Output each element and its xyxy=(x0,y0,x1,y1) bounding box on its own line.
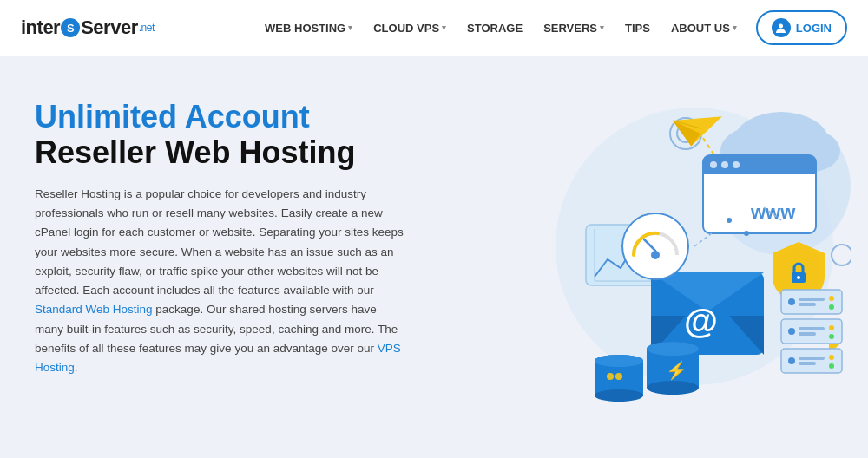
svg-point-21 xyxy=(733,161,740,168)
logo-s-icon: S xyxy=(61,18,80,37)
svg-rect-46 xyxy=(799,298,825,301)
svg-rect-53 xyxy=(799,332,816,336)
svg-point-28 xyxy=(622,213,688,279)
standard-web-hosting-link[interactable]: Standard Web Hosting xyxy=(35,303,153,316)
chevron-down-icon: ▾ xyxy=(442,23,446,32)
svg-point-40 xyxy=(595,389,643,402)
nav-servers[interactable]: SERVERS ▾ xyxy=(535,15,613,42)
svg-point-35 xyxy=(647,381,699,395)
svg-rect-18 xyxy=(703,165,816,174)
svg-rect-58 xyxy=(799,357,825,360)
hero-body: Reseller Hosting is a popular choice for… xyxy=(35,185,408,378)
svg-rect-59 xyxy=(799,362,816,365)
logo-server: Server xyxy=(81,16,138,39)
svg-point-36 xyxy=(647,342,699,356)
svg-text:www: www xyxy=(750,201,796,223)
nav-cloud-vps[interactable]: CLOUD VPS ▾ xyxy=(365,15,455,42)
svg-point-51 xyxy=(788,328,795,335)
main-nav: WEB HOSTING ▾ CLOUD VPS ▾ STORAGE SERVER… xyxy=(256,10,847,45)
nav-tips[interactable]: TIPS xyxy=(616,15,659,42)
login-button[interactable]: LOGIN xyxy=(756,10,847,45)
svg-text:⚡: ⚡ xyxy=(666,360,687,381)
svg-point-42 xyxy=(607,373,614,380)
svg-point-19 xyxy=(710,161,717,168)
svg-point-20 xyxy=(721,161,728,168)
logo: interSServer.net xyxy=(21,16,155,39)
svg-point-61 xyxy=(829,363,834,369)
svg-point-32 xyxy=(797,276,800,279)
chevron-down-icon: ▾ xyxy=(348,23,352,32)
chevron-down-icon: ▾ xyxy=(600,23,604,32)
nav-web-hosting[interactable]: WEB HOSTING ▾ xyxy=(256,15,361,42)
svg-point-29 xyxy=(651,251,660,259)
nav-about-us[interactable]: ABOUT US ▾ xyxy=(662,15,746,42)
user-icon xyxy=(772,18,791,37)
svg-rect-47 xyxy=(799,303,816,306)
svg-point-48 xyxy=(829,296,834,301)
svg-point-8 xyxy=(832,245,851,265)
svg-point-64 xyxy=(727,218,732,223)
svg-point-43 xyxy=(615,373,622,380)
hero-illustration: www @ xyxy=(417,73,851,446)
logo-inter: inter xyxy=(21,16,60,39)
svg-rect-52 xyxy=(799,327,825,330)
svg-text:@: @ xyxy=(684,302,718,340)
header: interSServer.net WEB HOSTING ▾ CLOUD VPS… xyxy=(0,0,868,56)
svg-point-45 xyxy=(788,298,795,305)
hero-text: Unlimited Account Reseller Web Hosting R… xyxy=(35,99,408,377)
hero-section: Unlimited Account Reseller Web Hosting R… xyxy=(0,56,868,458)
svg-point-0 xyxy=(779,23,783,28)
nav-storage[interactable]: STORAGE xyxy=(458,15,531,42)
chevron-down-icon: ▾ xyxy=(733,23,737,32)
svg-point-65 xyxy=(744,231,749,236)
svg-point-57 xyxy=(788,357,795,364)
logo-dotnet: .net xyxy=(139,22,155,34)
svg-point-41 xyxy=(595,355,643,367)
hero-title-blue: Unlimited Account xyxy=(35,99,408,134)
hero-title-black: Reseller Web Hosting xyxy=(35,134,408,170)
svg-point-49 xyxy=(829,304,834,310)
svg-point-55 xyxy=(829,334,834,339)
svg-point-54 xyxy=(829,325,834,330)
svg-point-60 xyxy=(829,355,834,360)
